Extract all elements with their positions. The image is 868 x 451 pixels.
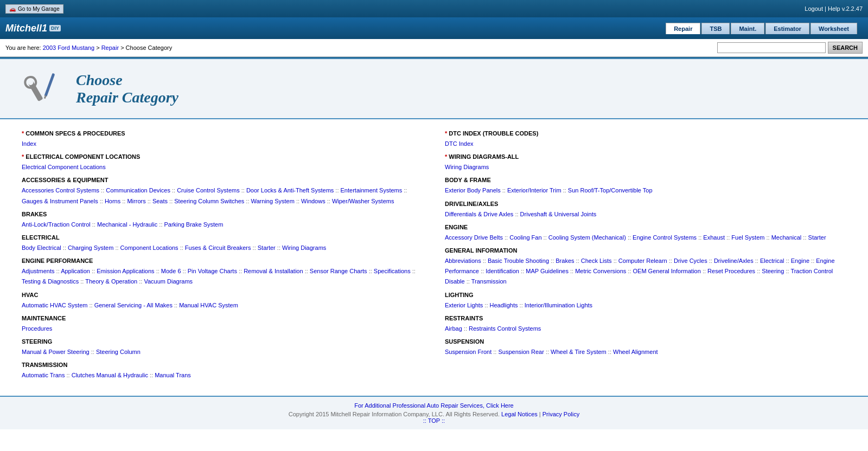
footer-pro-link[interactable]: For Additional Professional Auto Repair … [5, 402, 863, 409]
link-reset-procedures[interactable]: Reset Procedures [707, 268, 755, 274]
link-vacuum-diagrams[interactable]: Vacuum Diagrams [144, 278, 193, 285]
link-restraints-control-systems[interactable]: Restraints Control Systems [469, 325, 541, 332]
link-computer-relearn[interactable]: Computer Relearn [618, 257, 667, 264]
link-exterior-lights[interactable]: Exterior Lights [445, 302, 483, 308]
link-theory-operation[interactable]: Theory & Operation [85, 278, 137, 285]
link-accessories-control-systems[interactable]: Accessories Control Systems [22, 187, 99, 194]
link-anti-lock-traction-control[interactable]: Anti-Lock/Traction Control [22, 221, 91, 228]
link-cruise-control-systems[interactable]: Cruise Control Systems [177, 187, 240, 194]
link-map-guidelines[interactable]: MAP Guidelines [526, 268, 569, 274]
link-sensor-range-charts[interactable]: Sensor Range Charts [310, 268, 367, 274]
link-charging-system[interactable]: Charging System [68, 244, 113, 251]
link-fuel-system[interactable]: Fuel System [731, 234, 764, 241]
search-button[interactable]: SEARCH [828, 42, 863, 54]
link-cooling-system-mechanical-[interactable]: Cooling System (Mechanical) [548, 234, 626, 241]
link-basic-trouble-shooting[interactable]: Basic Trouble Shooting [488, 257, 549, 264]
link-emission-applications[interactable]: Emission Applications [97, 268, 154, 274]
link-engine-control-systems[interactable]: Engine Control Systems [633, 234, 697, 241]
link-index[interactable]: Index [22, 140, 36, 147]
link-steering[interactable]: Steering [762, 268, 784, 274]
link-communication-devices[interactable]: Communication Devices [106, 187, 170, 194]
link-dtc-index[interactable]: DTC Index [445, 140, 474, 147]
link-driveshaft-universal-joints[interactable]: Driveshaft & Universal Joints [520, 211, 597, 217]
top-link[interactable]: :: TOP :: [423, 417, 445, 424]
breadcrumb-repair-link[interactable]: Repair [101, 44, 119, 51]
link-horns[interactable]: Horns [105, 198, 120, 204]
link-body-electrical[interactable]: Body Electrical [22, 244, 61, 251]
tab-tsb[interactable]: TSB [701, 23, 730, 34]
link-windows[interactable]: Windows [301, 198, 326, 204]
link-drive-cycles[interactable]: Drive Cycles [674, 257, 707, 264]
link-sun-roof-t-top-convertible-top[interactable]: Sun Roof/T-Top/Convertible Top [568, 187, 653, 194]
link-transmission[interactable]: Transmission [471, 278, 507, 285]
help-link[interactable]: Help [828, 5, 840, 12]
link-mirrors[interactable]: Mirrors [127, 198, 145, 204]
link-engine[interactable]: Engine [791, 257, 809, 264]
link-electrical[interactable]: Electrical [760, 257, 784, 264]
link-component-locations[interactable]: Component Locations [120, 244, 178, 251]
footer-privacy-link[interactable]: Privacy Policy [542, 411, 579, 417]
link-exterior-body-panels[interactable]: Exterior Body Panels [445, 187, 501, 194]
link-starter[interactable]: Starter [808, 234, 826, 241]
link-suspension-front[interactable]: Suspension Front [445, 349, 492, 355]
link-removal-installation[interactable]: Removal & Installation [244, 268, 303, 274]
link-wiring-diagrams[interactable]: Wiring Diagrams [282, 244, 326, 251]
link-clutches-manual-hydraulic[interactable]: Clutches Manual & Hydraulic [72, 372, 148, 378]
link-application[interactable]: Application [61, 268, 90, 274]
link-seats[interactable]: Seats [152, 198, 168, 204]
link-electrical-component-locations[interactable]: Electrical Component Locations [22, 164, 106, 170]
link-brakes[interactable]: Brakes [556, 257, 574, 264]
link-starter[interactable]: Starter [258, 244, 276, 251]
link-entertainment-systems[interactable]: Entertainment Systems [341, 187, 403, 194]
link-manual-power-steering[interactable]: Manual & Power Steering [22, 349, 90, 355]
link-parking-brake-system[interactable]: Parking Brake System [164, 221, 224, 228]
link-fuses-circuit-breakers[interactable]: Fuses & Circuit Breakers [185, 244, 251, 251]
link-procedures[interactable]: Procedures [22, 325, 52, 332]
breadcrumb-car-link[interactable]: 2003 Ford Mustang [43, 44, 94, 51]
footer-legal-link[interactable]: Legal Notices [501, 411, 538, 417]
link-driveline-axles[interactable]: Driveline/Axles [714, 257, 754, 264]
link-airbag[interactable]: Airbag [445, 325, 462, 332]
link-interior-illumination-lights[interactable]: Interior/Illumination Lights [525, 302, 592, 308]
link-exhaust[interactable]: Exhaust [703, 234, 725, 241]
link-automatic-trans[interactable]: Automatic Trans [22, 372, 65, 378]
link-general-servicing-all-makes[interactable]: General Servicing - All Makes [94, 302, 173, 308]
link-mechanical[interactable]: Mechanical [771, 234, 802, 241]
link-pin-voltage-charts[interactable]: Pin Voltage Charts [188, 268, 237, 274]
link-exterior-interior-trim[interactable]: Exterior/Interior Trim [507, 187, 561, 194]
link-identification[interactable]: Identification [486, 268, 519, 274]
tab-estimator[interactable]: Estimator [765, 23, 809, 34]
link-specifications[interactable]: Specifications [374, 268, 411, 274]
link-wheel-tire-system[interactable]: Wheel & Tire System [551, 349, 607, 355]
link-metric-conversions[interactable]: Metric Conversions [575, 268, 626, 274]
link-mode-6[interactable]: Mode 6 [161, 268, 181, 274]
link-adjustments[interactable]: Adjustments [22, 268, 55, 274]
link-oem-general-information[interactable]: OEM General Information [633, 268, 701, 274]
logout-link[interactable]: Logout [805, 5, 823, 12]
link-gauges-instrument-panels[interactable]: Gauges & Instrument Panels [22, 198, 98, 204]
link-wheel-alignment[interactable]: Wheel Alignment [613, 349, 658, 355]
search-input[interactable] [717, 42, 826, 53]
my-cars-button[interactable]: 🚗 Go to My Garage [5, 4, 63, 14]
link-wiring-diagrams[interactable]: Wiring Diagrams [445, 164, 489, 170]
link-door-locks-anti-theft-systems[interactable]: Door Locks & Anti-Theft Systems [246, 187, 334, 194]
tab-maint[interactable]: Maint. [731, 23, 764, 34]
link-check-lists[interactable]: Check Lists [581, 257, 612, 264]
link-accessory-drive-belts[interactable]: Accessory Drive Belts [445, 234, 503, 241]
link-headlights[interactable]: Headlights [490, 302, 518, 308]
tab-repair[interactable]: Repair [666, 23, 700, 34]
tab-worksheet[interactable]: Worksheet [810, 23, 857, 34]
link-cooling-fan[interactable]: Cooling Fan [509, 234, 541, 241]
link-differentials-drive-axles[interactable]: Differentials & Drive Axles [445, 211, 513, 217]
link-testing-diagnostics[interactable]: Testing & Diagnostics [22, 278, 79, 285]
link-steering-column-switches[interactable]: Steering Column Switches [174, 198, 244, 204]
link-abbreviations[interactable]: Abbreviations [445, 257, 481, 264]
link-manual-hvac-system[interactable]: Manual HVAC System [179, 302, 238, 308]
link-warning-system[interactable]: Warning System [251, 198, 295, 204]
link-mechanical-hydraulic[interactable]: Mechanical - Hydraulic [97, 221, 157, 228]
link-wiper-washer-systems[interactable]: Wiper/Washer Systems [332, 198, 394, 204]
link-automatic-hvac-system[interactable]: Automatic HVAC System [22, 302, 87, 308]
link-steering-column[interactable]: Steering Column [96, 349, 141, 355]
link-manual-trans[interactable]: Manual Trans [155, 372, 191, 378]
link-suspension-rear[interactable]: Suspension Rear [498, 349, 544, 355]
